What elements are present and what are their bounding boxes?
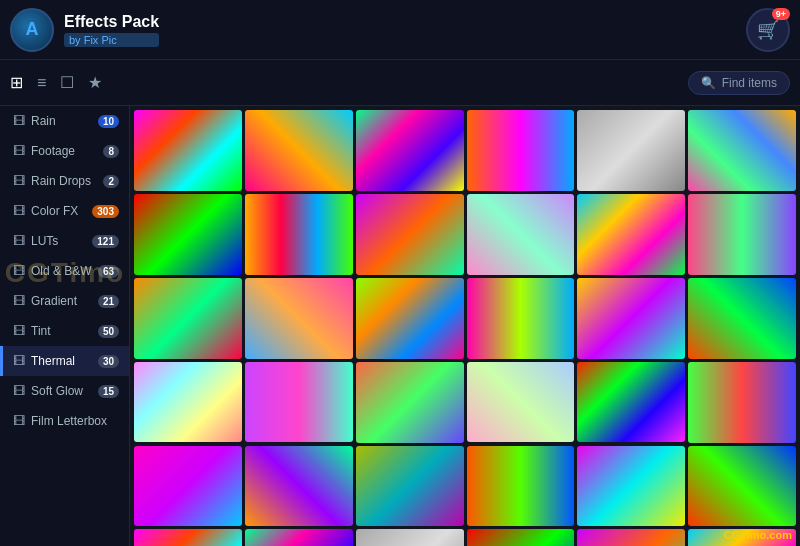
cart-button[interactable]: 🛒 9+ xyxy=(746,8,790,52)
thumbnail-21 xyxy=(467,362,575,443)
grid-item[interactable] xyxy=(688,110,796,191)
toolbar-file-icon[interactable]: ☐ xyxy=(60,73,74,92)
app-title-block: Effects Pack by Fix Pic xyxy=(64,13,159,47)
sidebar-badge-gradient: 21 xyxy=(98,295,119,308)
grid-item[interactable] xyxy=(245,194,353,275)
app-subtitle: by Fix Pic xyxy=(64,33,159,47)
sidebar-badge-color-fx: 303 xyxy=(92,205,119,218)
grid-item[interactable] xyxy=(688,446,796,527)
sidebar-item-color-fx[interactable]: 🎞Color FX303 xyxy=(0,196,129,226)
sidebar-icon-thermal: 🎞 xyxy=(13,354,25,368)
cart-icon: 🛒 xyxy=(757,19,779,41)
toolbar-star-icon[interactable]: ★ xyxy=(88,73,102,92)
grid-item[interactable] xyxy=(245,278,353,359)
grid-item[interactable] xyxy=(134,278,242,359)
thumbnail-29 xyxy=(688,446,796,527)
sidebar-badge-thermal: 30 xyxy=(98,355,119,368)
grid-item[interactable] xyxy=(245,529,353,546)
thumbnail-20 xyxy=(356,362,464,443)
grid-item[interactable] xyxy=(467,362,575,443)
grid-item[interactable] xyxy=(356,362,464,443)
sidebar-badge-soft-glow: 15 xyxy=(98,385,119,398)
sidebar-label-rain-drops: Rain Drops xyxy=(31,174,97,188)
thumbnail-16 xyxy=(577,278,685,359)
grid-item[interactable] xyxy=(577,194,685,275)
sidebar-label-footage: Footage xyxy=(31,144,97,158)
sidebar-label-gradient: Gradient xyxy=(31,294,92,308)
thumbnail-11 xyxy=(688,194,796,275)
grid-item[interactable] xyxy=(688,278,796,359)
thumbnail-18 xyxy=(134,362,242,443)
grid-item[interactable] xyxy=(467,446,575,527)
grid-item[interactable] xyxy=(577,529,685,546)
grid-item[interactable] xyxy=(245,362,353,443)
app-title: Effects Pack xyxy=(64,13,159,31)
thumbnail-1 xyxy=(245,110,353,191)
grid-item[interactable] xyxy=(134,194,242,275)
thumbnail-30 xyxy=(134,529,242,546)
grid-item[interactable] xyxy=(467,194,575,275)
thumbnail-32 xyxy=(356,529,464,546)
thumbnail-12 xyxy=(134,278,242,359)
grid-item[interactable] xyxy=(688,194,796,275)
sidebar-badge-rain: 10 xyxy=(98,115,119,128)
sidebar-item-rain[interactable]: 🎞Rain10 xyxy=(0,106,129,136)
grid-item[interactable] xyxy=(688,362,796,443)
grid-item[interactable] xyxy=(577,446,685,527)
thumbnail-8 xyxy=(356,194,464,275)
sidebar: 🎞Rain10🎞Footage8🎞Rain Drops2🎞Color FX303… xyxy=(0,106,130,546)
grid-item[interactable] xyxy=(356,278,464,359)
grid-item[interactable] xyxy=(356,446,464,527)
sidebar-icon-rain: 🎞 xyxy=(13,114,25,128)
grid-item[interactable] xyxy=(245,110,353,191)
grid-item[interactable] xyxy=(688,529,796,546)
grid-item[interactable] xyxy=(577,278,685,359)
grid-item[interactable] xyxy=(134,110,242,191)
sidebar-icon-footage: 🎞 xyxy=(13,144,25,158)
grid-item[interactable] xyxy=(356,110,464,191)
grid-item[interactable] xyxy=(134,529,242,546)
sidebar-icon-luts: 🎞 xyxy=(13,234,25,248)
sidebar-label-color-fx: Color FX xyxy=(31,204,86,218)
thumbnail-9 xyxy=(467,194,575,275)
thumbnail-6 xyxy=(134,194,242,275)
thumbnail-33 xyxy=(467,529,575,546)
toolbar-list-icon[interactable]: ≡ xyxy=(37,74,46,92)
grid-item[interactable] xyxy=(467,278,575,359)
sidebar-item-footage[interactable]: 🎞Footage8 xyxy=(0,136,129,166)
sidebar-label-film-letterbox: Film Letterbox xyxy=(31,414,119,428)
app-logo: A xyxy=(10,8,54,52)
sidebar-item-tint[interactable]: 🎞Tint50 xyxy=(0,316,129,346)
grid-item[interactable] xyxy=(577,362,685,443)
search-box[interactable]: 🔍 Find items xyxy=(688,71,790,95)
grid-item[interactable] xyxy=(134,446,242,527)
thumbnail-35 xyxy=(688,529,796,546)
grid-item[interactable] xyxy=(245,446,353,527)
toolbar-grid-icon[interactable]: ⊞ xyxy=(10,73,23,92)
sidebar-item-thermal[interactable]: 🎞Thermal30 xyxy=(0,346,129,376)
thumbnail-27 xyxy=(467,446,575,527)
main-layout: 🎞Rain10🎞Footage8🎞Rain Drops2🎞Color FX303… xyxy=(0,106,800,546)
content-area: CGTimo.com xyxy=(130,106,800,546)
sidebar-item-soft-glow[interactable]: 🎞Soft Glow15 xyxy=(0,376,129,406)
thumbnail-23 xyxy=(688,362,796,443)
sidebar-item-film-letterbox[interactable]: 🎞Film Letterbox xyxy=(0,406,129,436)
grid-item[interactable] xyxy=(577,110,685,191)
sidebar-item-old-bw[interactable]: 🎞Old & B&W63 xyxy=(0,256,129,286)
grid-item[interactable] xyxy=(467,110,575,191)
sidebar-badge-luts: 121 xyxy=(92,235,119,248)
thumbnail-14 xyxy=(356,278,464,359)
sidebar-icon-rain-drops: 🎞 xyxy=(13,174,25,188)
thumbnail-34 xyxy=(577,529,685,546)
sidebar-item-luts[interactable]: 🎞LUTs121 xyxy=(0,226,129,256)
grid-item[interactable] xyxy=(356,194,464,275)
thumbnail-31 xyxy=(245,529,353,546)
grid-item[interactable] xyxy=(356,529,464,546)
grid-item[interactable] xyxy=(134,362,242,443)
sidebar-label-luts: LUTs xyxy=(31,234,86,248)
grid-item[interactable] xyxy=(467,529,575,546)
sidebar-item-gradient[interactable]: 🎞Gradient21 xyxy=(0,286,129,316)
thumbnail-3 xyxy=(467,110,575,191)
thumbnail-26 xyxy=(356,446,464,527)
sidebar-item-rain-drops[interactable]: 🎞Rain Drops2 xyxy=(0,166,129,196)
